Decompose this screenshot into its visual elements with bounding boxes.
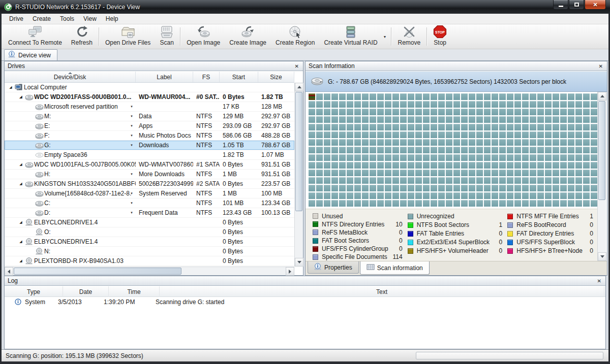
scan-block <box>392 200 399 207</box>
scan-block <box>347 162 353 169</box>
dropdown-arrow-icon[interactable]: ▼ <box>130 115 133 118</box>
drives-hscroll-thumb[interactable] <box>14 268 181 275</box>
column-header-device-disk[interactable]: Device/Disk <box>5 72 136 82</box>
toolbar-button-remove[interactable]: Remove <box>393 25 425 48</box>
drives-vertical-scrollbar[interactable] <box>294 83 303 267</box>
close-icon[interactable]: ✕ <box>598 63 604 69</box>
scan-block <box>423 116 430 123</box>
scroll-right-icon[interactable] <box>286 267 294 276</box>
maximize-button[interactable] <box>569 0 584 10</box>
log-column-header-text[interactable]: Text <box>160 286 604 297</box>
tree-expander-icon[interactable]: ◢ <box>18 182 24 186</box>
scroll-up-icon[interactable] <box>295 83 303 91</box>
tree-expander-icon[interactable]: ◢ <box>8 85 14 89</box>
drive-row-local-computer[interactable]: ◢Local Computer <box>5 83 294 92</box>
drives-horizontal-scrollbar[interactable] <box>5 267 294 275</box>
toolbar-button-open-image[interactable]: Open Image <box>182 25 225 48</box>
drive-row-n[interactable]: N:0 Bytes <box>5 247 294 256</box>
menu-item-create[interactable]: Create <box>28 14 55 23</box>
drive-row-empty-space36[interactable]: Empty Space361.82 TB1.07 MB <box>5 150 294 160</box>
log-column-header-date[interactable]: Date <box>63 286 109 297</box>
drive-row-wdc-wd1001fals-00j7b005-00k05[interactable]: ◢WDC WD1001FALS-00J7B005.00K05WD-WMATV00… <box>5 160 294 170</box>
log-row[interactable]: System3/5/20131:39:20 PMScanning drive G… <box>5 297 605 307</box>
scan-block <box>514 93 521 100</box>
drive-row-elbyclonedrive1-4[interactable]: ◢ELBYCLONEDRIVE1.40 Bytes <box>5 218 294 227</box>
dropdown-arrow-icon[interactable]: ▼ <box>130 124 133 127</box>
menu-item-help[interactable]: Help <box>101 14 123 23</box>
drive-row-f[interactable]: F:▼Music Photos DocsNTFS586.06 GB488.28 … <box>5 131 294 141</box>
drive-row-e[interactable]: E:▼AppsNTFS293.09 GB292.97 GB <box>5 121 294 131</box>
dropdown-arrow-icon[interactable]: ▼ <box>130 202 133 205</box>
scan-block <box>423 124 430 130</box>
toolbar-button-open-drive-files[interactable]: Open Drive Files <box>101 25 155 48</box>
scroll-left-icon[interactable] <box>5 267 13 276</box>
scan-block <box>476 185 483 191</box>
menu-item-view[interactable]: View <box>79 14 101 23</box>
menu-item-tools[interactable]: Tools <box>55 14 79 23</box>
log-column-header-time[interactable]: Time <box>109 286 160 297</box>
column-header-size[interactable]: Size <box>258 72 294 82</box>
dropdown-arrow-icon[interactable]: ▼ <box>130 192 133 195</box>
dropdown-arrow-icon[interactable]: ▼ <box>130 105 133 108</box>
drive-row-d[interactable]: D:▼Frequent DataNTFS123.43 GB100.13 GB <box>5 208 294 218</box>
minimize-button[interactable] <box>553 0 568 10</box>
scan-vscroll-thumb[interactable] <box>598 101 605 200</box>
drive-row-volume-165848cd-0287-11e2-8[interactable]: Volume{165848cd-0287-11e2-8.▼System Rese… <box>5 189 294 198</box>
drive-row-kingston-sh103s3240g501abbf0[interactable]: ◢KINGSTON SH103S3240G501ABBF050026B72230… <box>5 179 294 189</box>
dropdown-arrow-icon[interactable]: ▼ <box>382 35 390 39</box>
drives-vscroll-thumb[interactable] <box>295 92 302 211</box>
toolbar-button-refresh[interactable]: Refresh <box>67 25 97 48</box>
toolbar-button-create-virtual-raid[interactable]: Create Virtual RAID <box>319 25 382 48</box>
drive-row-o[interactable]: O:0 Bytes <box>5 227 294 237</box>
tab-scan-information[interactable]: Scan information <box>360 261 430 275</box>
drive-fs-cell: NTFS <box>193 189 220 198</box>
scan-block <box>446 109 452 115</box>
tab-device-view[interactable]: Device view <box>4 49 57 60</box>
drive-row-elbyclonedrive1-4[interactable]: ◢ELBYCLONEDRIVE1.40 Bytes <box>5 237 294 247</box>
close-icon[interactable]: ✕ <box>294 63 300 69</box>
dropdown-arrow-icon[interactable]: ▼ <box>130 211 133 214</box>
toolbar-button-scan[interactable]: Scan <box>155 25 178 48</box>
tab-properties[interactable]: Properties <box>308 261 359 274</box>
column-header-fs[interactable]: FS <box>193 72 220 82</box>
menu-item-drive[interactable]: Drive <box>5 14 28 23</box>
drive-row-microsoft-reserved-partition[interactable]: Microsoft reserved partition▼17 KB128 MB <box>5 102 294 112</box>
scan-block <box>484 162 491 169</box>
scan-block <box>553 154 559 161</box>
tree-expander-icon[interactable]: ◢ <box>18 162 24 167</box>
drive-row-plextorbd-r-px-b940sa1-03[interactable]: ◢PLEXTORBD-R PX-B940SA1.030 Bytes <box>5 256 294 266</box>
scan-block <box>476 200 483 207</box>
close-button[interactable]: ✕ <box>585 0 606 10</box>
drive-row-wdc-wd2001fass-00u0b001-0[interactable]: ◢WDC WD2001FASS-00U0B001.0...WD-WMAUR004… <box>5 92 294 102</box>
scroll-up-icon[interactable] <box>598 92 606 101</box>
drive-row-c[interactable]: C:▼NTFS101 MB123.34 GB <box>5 198 294 208</box>
close-icon[interactable]: ✕ <box>596 278 602 284</box>
dropdown-arrow-icon[interactable]: ▼ <box>130 134 133 137</box>
drive-name-label: O: <box>44 228 57 236</box>
toolbar-button-create-region[interactable]: Create Region <box>271 25 319 48</box>
scroll-down-icon[interactable] <box>598 252 606 261</box>
drive-name-label: Microsoft reserved partition <box>44 103 124 110</box>
toolbar-button-create-image[interactable]: Create Image <box>225 25 271 48</box>
drive-row-g[interactable]: G:▼DownloadsNTFS1.05 TB788.67 GB <box>5 141 294 150</box>
dropdown-arrow-icon[interactable]: ▼ <box>130 144 133 147</box>
title-bar[interactable]: R-STUDIO Network 6.2.153617 - Device Vie… <box>0 0 610 14</box>
scan-block <box>522 147 529 153</box>
drive-row-h[interactable]: H:▼More DownloadsNTFS1 MB931.51 GB <box>5 170 294 179</box>
scan-vertical-scrollbar[interactable] <box>597 92 606 261</box>
legend-item-ntfs-directory-entries: NTFS Directory Entries10 <box>313 220 408 228</box>
log-column-header-type[interactable]: Type <box>5 286 63 297</box>
scan-block <box>316 192 323 199</box>
tree-expander-icon[interactable]: ◢ <box>18 95 24 99</box>
column-header-label[interactable]: Label <box>136 72 193 82</box>
tree-expander-icon[interactable]: ◢ <box>18 220 24 224</box>
tree-expander-icon[interactable]: ◢ <box>18 259 24 263</box>
tree-expander-icon[interactable]: ◢ <box>18 240 24 244</box>
toolbar-button-stop[interactable]: STOPStop <box>429 25 451 48</box>
dropdown-arrow-icon[interactable]: ▼ <box>130 173 133 176</box>
toolbar-button-connect-to-remote[interactable]: Connect To Remote <box>4 25 67 48</box>
drive-size-cell: 788.67 GB <box>258 141 294 150</box>
scroll-down-icon[interactable] <box>295 258 303 267</box>
column-header-start[interactable]: Start <box>220 72 258 82</box>
drive-row-m[interactable]: M:▼DataNTFS129 MB292.97 GB <box>5 112 294 121</box>
